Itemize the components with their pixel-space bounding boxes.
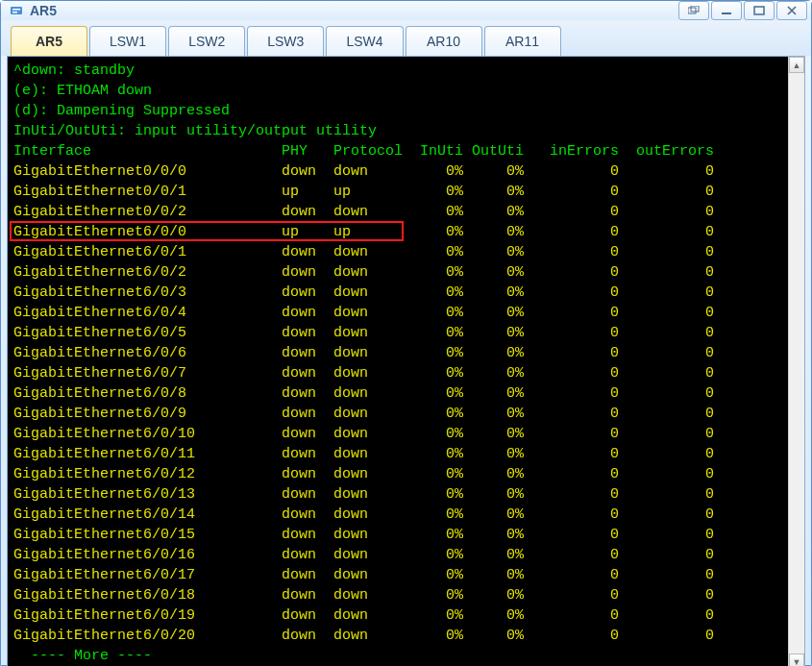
titlebar: AR5 xyxy=(1,1,811,20)
svg-rect-2 xyxy=(12,12,17,13)
tab-ar11[interactable]: AR11 xyxy=(484,26,561,56)
table-row: GigabitEthernet6/0/12 down down 0% 0% 0 … xyxy=(13,464,788,484)
minimize-button[interactable] xyxy=(711,1,742,20)
terminal-info-line: (d): Dampening Suppressed xyxy=(13,101,788,121)
table-row: GigabitEthernet6/0/2 down down 0% 0% 0 0 xyxy=(13,262,788,283)
terminal-container: ^down: standby(e): ETHOAM down(d): Dampe… xyxy=(8,57,804,666)
svg-rect-5 xyxy=(722,12,731,14)
table-row: GigabitEthernet6/0/13 down down 0% 0% 0 … xyxy=(13,484,788,505)
terminal[interactable]: ^down: standby(e): ETHOAM down(d): Dampe… xyxy=(8,57,788,666)
table-row: GigabitEthernet6/0/7 down down 0% 0% 0 0 xyxy=(13,363,788,383)
window-options-button[interactable] xyxy=(678,1,709,20)
table-row: GigabitEthernet6/0/14 down down 0% 0% 0 … xyxy=(13,505,788,525)
table-row: GigabitEthernet6/0/9 down down 0% 0% 0 0 xyxy=(13,404,788,424)
table-row: GigabitEthernet6/0/1 down down 0% 0% 0 0 xyxy=(13,242,788,262)
table-row: GigabitEthernet6/0/4 down down 0% 0% 0 0 xyxy=(13,303,788,323)
table-row: GigabitEthernet6/0/8 down down 0% 0% 0 0 xyxy=(13,383,788,404)
client-area: ^down: standby(e): ETHOAM down(d): Dampe… xyxy=(7,56,805,666)
table-row: GigabitEthernet6/0/11 down down 0% 0% 0 … xyxy=(13,444,788,464)
tab-ar5[interactable]: AR5 xyxy=(11,26,87,56)
app-icon xyxy=(9,3,24,18)
scroll-up-button[interactable]: ▲ xyxy=(789,57,804,73)
tab-bar: AR5LSW1LSW2LSW3LSW4AR10AR11 xyxy=(1,20,811,56)
table-row: GigabitEthernet0/0/1 up up 0% 0% 0 0 xyxy=(13,182,788,202)
tab-ar10[interactable]: AR10 xyxy=(406,26,482,56)
scroll-down-button[interactable]: ▼ xyxy=(789,654,804,666)
maximize-button[interactable] xyxy=(744,1,775,20)
terminal-header: Interface PHY Protocol InUti OutUti inEr… xyxy=(13,141,788,161)
svg-rect-6 xyxy=(754,7,764,14)
tab-lsw4[interactable]: LSW4 xyxy=(326,26,403,56)
table-row: GigabitEthernet6/0/20 down down 0% 0% 0 … xyxy=(13,626,788,646)
app-window: AR5 AR5LSW1LSW2LSW3LSW4AR10AR11 ^down: s… xyxy=(0,0,812,666)
tab-lsw2[interactable]: LSW2 xyxy=(168,26,245,56)
table-row: GigabitEthernet6/0/5 down down 0% 0% 0 0 xyxy=(13,323,788,343)
terminal-info-line: ^down: standby xyxy=(13,61,788,81)
table-row: GigabitEthernet0/0/2 down down 0% 0% 0 0 xyxy=(13,202,788,222)
table-row: GigabitEthernet6/0/3 down down 0% 0% 0 0 xyxy=(13,283,788,303)
tab-lsw1[interactable]: LSW1 xyxy=(89,26,166,56)
table-row: GigabitEthernet6/0/18 down down 0% 0% 0 … xyxy=(13,585,788,605)
table-row: GigabitEthernet6/0/10 down down 0% 0% 0 … xyxy=(13,424,788,444)
close-button[interactable] xyxy=(776,1,807,20)
terminal-info-line: (e): ETHOAM down xyxy=(13,81,788,101)
table-row: GigabitEthernet0/0/0 down down 0% 0% 0 0 xyxy=(13,161,788,182)
table-row: GigabitEthernet6/0/16 down down 0% 0% 0 … xyxy=(13,545,788,565)
tab-lsw3[interactable]: LSW3 xyxy=(247,26,324,56)
table-row: GigabitEthernet6/0/19 down down 0% 0% 0 … xyxy=(13,605,788,626)
svg-rect-3 xyxy=(688,8,696,13)
table-row: GigabitEthernet6/0/17 down down 0% 0% 0 … xyxy=(13,565,788,585)
table-row: GigabitEthernet6/0/6 down down 0% 0% 0 0 xyxy=(13,343,788,363)
svg-rect-0 xyxy=(11,7,22,14)
window-title: AR5 xyxy=(30,3,57,18)
table-row: GigabitEthernet6/0/15 down down 0% 0% 0 … xyxy=(13,525,788,545)
svg-rect-1 xyxy=(12,9,20,11)
table-row: GigabitEthernet6/0/0 up up 0% 0% 0 0 xyxy=(13,222,788,242)
svg-rect-4 xyxy=(691,6,699,12)
terminal-info-line: InUti/OutUti: input utility/output utili… xyxy=(13,121,788,141)
more-prompt: ---- More ---- xyxy=(13,646,788,666)
scrollbar[interactable]: ▲ ▼ xyxy=(788,57,804,666)
